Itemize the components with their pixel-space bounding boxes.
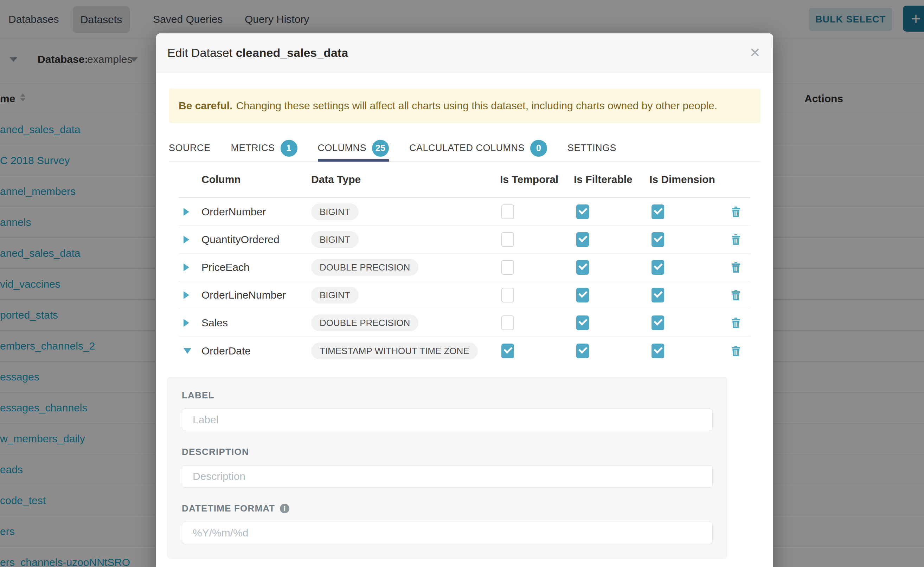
expand-caret-icon[interactable]	[184, 264, 189, 271]
is-temporal-checkbox[interactable]	[501, 315, 514, 330]
data-type-pill: BIGINT	[311, 286, 359, 303]
is-temporal-checkbox[interactable]	[501, 232, 514, 247]
header-is-dimension: Is Dimension	[649, 174, 715, 186]
description-field-label: DESCRIPTION	[182, 447, 713, 458]
tab-settings[interactable]: SETTINGS	[567, 135, 616, 161]
table-row-expanded: OrderDate TIMESTAMP WITHOUT TIME ZONE	[179, 337, 750, 365]
modal-title-dataset-name: cleaned_sales_data	[236, 46, 348, 59]
delete-column-icon[interactable]	[731, 346, 740, 356]
info-icon[interactable]: i	[280, 504, 289, 513]
label-field-label: LABEL	[182, 390, 713, 401]
columns-table-header: Column Data Type Is Temporal Is Filterab…	[179, 162, 750, 198]
data-type-pill: BIGINT	[311, 231, 359, 248]
column-name: PriceEach	[202, 261, 250, 273]
is-filterable-checkbox[interactable]	[576, 232, 589, 247]
table-row: Sales DOUBLE PRECISION	[179, 309, 750, 337]
modal-title: Edit Dataset cleaned_sales_data	[167, 46, 348, 60]
delete-column-icon[interactable]	[731, 234, 740, 245]
is-dimension-checkbox[interactable]	[652, 344, 664, 358]
tab-calculated-columns[interactable]: CALCULATED COLUMNS0	[409, 135, 547, 161]
is-filterable-checkbox[interactable]	[576, 204, 589, 219]
tab-metrics[interactable]: METRICS1	[231, 135, 298, 161]
label-input[interactable]	[182, 409, 713, 431]
table-row: PriceEach DOUBLE PRECISION	[179, 254, 750, 281]
label-text: DESCRIPTION	[182, 447, 249, 458]
warning-banner: Be careful. Changing these settings will…	[169, 88, 760, 123]
calculated-columns-count-badge: 0	[530, 140, 547, 157]
table-row: OrderNumber BIGINT	[179, 198, 750, 226]
delete-column-icon[interactable]	[731, 318, 740, 328]
column-name: Sales	[202, 317, 228, 329]
data-type-pill: DOUBLE PRECISION	[311, 259, 418, 276]
delete-column-icon[interactable]	[731, 290, 740, 300]
tab-label: SETTINGS	[567, 142, 616, 153]
is-filterable-checkbox[interactable]	[576, 260, 589, 275]
tab-columns[interactable]: COLUMNS25	[318, 135, 389, 161]
datetime-format-input[interactable]	[182, 522, 713, 544]
is-dimension-checkbox[interactable]	[652, 260, 664, 275]
is-temporal-checkbox[interactable]	[501, 344, 514, 358]
header-data-type: Data Type	[311, 174, 361, 186]
is-filterable-checkbox[interactable]	[576, 344, 589, 358]
is-dimension-checkbox[interactable]	[652, 315, 664, 330]
columns-count-badge: 25	[372, 140, 389, 157]
datetime-format-field-label: DATETIME FORMAT i	[182, 503, 713, 514]
header-is-filterable: Is Filterable	[574, 174, 632, 186]
data-type-pill: TIMESTAMP WITHOUT TIME ZONE	[311, 342, 478, 359]
delete-column-icon[interactable]	[731, 207, 740, 217]
columns-table: Column Data Type Is Temporal Is Filterab…	[179, 162, 750, 365]
delete-column-icon[interactable]	[731, 262, 740, 273]
column-name: OrderDate	[202, 345, 251, 357]
column-detail-panel: LABEL DESCRIPTION DATETIME FORMAT i	[167, 377, 727, 559]
is-dimension-checkbox[interactable]	[652, 204, 664, 219]
tab-label: COLUMNS	[318, 142, 367, 153]
is-temporal-checkbox[interactable]	[501, 260, 514, 275]
warning-text: Changing these settings will affect all …	[236, 100, 717, 112]
column-name: OrderLineNumber	[202, 289, 286, 301]
column-name: QuantityOrdered	[202, 234, 280, 246]
expand-caret-icon[interactable]	[184, 208, 189, 216]
table-row: OrderLineNumber BIGINT	[179, 281, 750, 309]
datasets-page: Databases Datasets Saved Queries Query H…	[0, 0, 924, 567]
description-input[interactable]	[182, 465, 713, 488]
label-text: LABEL	[182, 390, 214, 401]
is-filterable-checkbox[interactable]	[576, 288, 589, 303]
modal-header: Edit Dataset cleaned_sales_data ✕	[156, 33, 773, 72]
collapse-caret-icon[interactable]	[184, 348, 191, 354]
tab-label: SOURCE	[169, 142, 211, 153]
tab-label: CALCULATED COLUMNS	[409, 142, 525, 153]
edit-dataset-modal: Edit Dataset cleaned_sales_data ✕ Be car…	[156, 33, 773, 567]
data-type-pill: BIGINT	[311, 203, 359, 220]
data-type-pill: DOUBLE PRECISION	[311, 314, 418, 331]
expand-caret-icon[interactable]	[184, 236, 189, 243]
is-temporal-checkbox[interactable]	[501, 288, 514, 303]
is-dimension-checkbox[interactable]	[652, 288, 664, 303]
modal-tabs: SOURCE METRICS1 COLUMNS25 CALCULATED COL…	[169, 135, 760, 162]
is-temporal-checkbox[interactable]	[501, 204, 514, 219]
tab-source[interactable]: SOURCE	[169, 135, 211, 161]
column-name: OrderNumber	[202, 206, 266, 218]
header-is-temporal: Is Temporal	[500, 174, 558, 186]
close-icon[interactable]: ✕	[749, 46, 760, 59]
table-row: QuantityOrdered BIGINT	[179, 226, 750, 254]
is-dimension-checkbox[interactable]	[652, 232, 664, 247]
header-column: Column	[202, 174, 241, 186]
expand-caret-icon[interactable]	[184, 291, 189, 299]
tab-label: METRICS	[231, 142, 275, 153]
is-filterable-checkbox[interactable]	[576, 315, 589, 330]
metrics-count-badge: 1	[281, 140, 298, 157]
label-text: DATETIME FORMAT	[182, 503, 275, 514]
modal-body: Be careful. Changing these settings will…	[156, 88, 773, 559]
modal-title-prefix: Edit Dataset	[167, 46, 236, 59]
expand-caret-icon[interactable]	[184, 319, 189, 327]
warning-bold-text: Be careful.	[179, 100, 232, 112]
